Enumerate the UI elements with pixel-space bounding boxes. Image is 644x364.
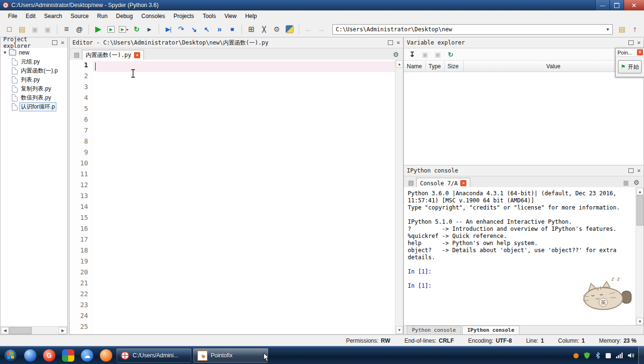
undock-icon[interactable] xyxy=(628,40,634,45)
undock-icon[interactable] xyxy=(628,168,634,173)
scroll-down-icon[interactable]: ▼ xyxy=(396,326,403,334)
tray-volume-icon[interactable] xyxy=(628,353,635,358)
rerun-cell-icon[interactable] xyxy=(130,23,143,36)
open-file-icon[interactable] xyxy=(16,23,28,36)
pointofix-titlebar[interactable]: Poin... ✕ xyxy=(616,48,644,57)
taskbar-button-pointofix[interactable]: Pointofix xyxy=(193,348,268,363)
run-selection-icon[interactable] xyxy=(143,23,156,36)
undock-icon[interactable] xyxy=(388,40,393,45)
scroll-thumb[interactable] xyxy=(9,327,32,334)
project-root-row[interactable]: ▼ new xyxy=(0,48,67,57)
show-desktop-button[interactable] xyxy=(638,346,644,364)
pointofix-close-icon[interactable]: ✕ xyxy=(637,49,643,55)
debug-icon[interactable] xyxy=(162,23,175,36)
find-symbols-icon[interactable] xyxy=(73,23,86,36)
scroll-up-icon[interactable]: ▲ xyxy=(636,188,644,195)
editor-body[interactable]: 1234567891011121314151617181920212223242… xyxy=(70,60,403,334)
close-icon[interactable]: × xyxy=(637,168,641,173)
menu-tools[interactable]: Tools xyxy=(198,11,220,21)
tab-close-icon[interactable]: ✕ xyxy=(460,180,466,186)
menu-projects[interactable]: Projects xyxy=(170,11,198,21)
refresh-icon[interactable] xyxy=(444,48,457,61)
menu-source[interactable]: Source xyxy=(66,11,93,21)
interrupt-kernel-icon[interactable] xyxy=(621,177,631,188)
maximize-pane-icon[interactable] xyxy=(245,23,258,36)
editor-options-icon[interactable] xyxy=(391,49,401,60)
pythonpath-icon[interactable] xyxy=(283,23,296,36)
tray-network-icon[interactable] xyxy=(616,353,623,358)
project-file-row[interactable]: 元组.py xyxy=(0,57,67,66)
project-file-row[interactable]: 列表.py xyxy=(0,75,67,84)
menu-consoles[interactable]: Consoles xyxy=(137,11,169,21)
column-header-type[interactable]: Type xyxy=(426,61,445,72)
menu-debug[interactable]: Debug xyxy=(112,11,137,21)
new-file-icon[interactable] xyxy=(3,23,16,36)
file-name: 列表.py xyxy=(20,76,41,84)
close-icon[interactable]: × xyxy=(61,40,64,45)
maximize-button[interactable] xyxy=(609,0,624,10)
browse-tabs-icon[interactable] xyxy=(72,49,82,60)
tab-close-icon[interactable]: ✕ xyxy=(134,52,140,58)
bottom-tab-ipython-console[interactable]: IPython console xyxy=(462,326,519,334)
quicklaunch-color-app-icon[interactable] xyxy=(59,346,78,364)
quicklaunch-orange-browser-icon[interactable] xyxy=(97,346,116,364)
tree-expander-icon[interactable]: ▼ xyxy=(3,50,7,55)
column-header-size[interactable]: Size xyxy=(445,61,464,72)
menu-search[interactable]: Search xyxy=(40,11,66,21)
menu-run[interactable]: Run xyxy=(93,11,112,21)
close-button[interactable]: ✕ xyxy=(624,0,644,10)
scroll-up-icon[interactable]: ▲ xyxy=(396,60,403,68)
quicklaunch-red-app-icon[interactable]: G xyxy=(40,346,59,364)
scroll-left-icon[interactable]: ◀ xyxy=(1,327,9,334)
column-header-name[interactable]: Name xyxy=(404,61,426,72)
editor-vertical-scrollbar[interactable]: ▲ ▼ xyxy=(395,60,403,334)
start-button[interactable] xyxy=(0,346,21,364)
taskbar-button-spyder[interactable]: C:/Users/Admini... xyxy=(116,348,192,363)
step-over-icon[interactable] xyxy=(175,23,188,36)
project-horizontal-scrollbar[interactable]: ◀ ▶ xyxy=(0,326,67,334)
menu-edit[interactable]: Edit xyxy=(21,11,40,21)
step-into-icon[interactable] xyxy=(188,23,200,36)
go-up-icon[interactable] xyxy=(628,23,641,36)
menu-view[interactable]: View xyxy=(220,11,241,21)
undock-icon[interactable] xyxy=(52,40,57,45)
menu-help[interactable]: Help xyxy=(241,11,261,21)
import-data-icon[interactable] xyxy=(406,48,419,61)
open-dir-icon[interactable] xyxy=(616,23,628,36)
console-options-icon[interactable] xyxy=(631,177,642,188)
tray-shield-icon[interactable] xyxy=(584,352,590,359)
run-cell-icon[interactable] xyxy=(105,23,117,36)
close-icon[interactable]: × xyxy=(396,40,400,45)
scroll-thumb[interactable] xyxy=(636,195,644,226)
console-output[interactable]: Python 3.6.0 |Anaconda 4.3.1 (64-bit)| (… xyxy=(404,187,644,326)
continue-icon[interactable] xyxy=(213,23,226,36)
project-file-row[interactable]: 认识for循环.p xyxy=(0,102,67,111)
quicklaunch-cloud-icon[interactable]: ☁ xyxy=(78,346,97,364)
scroll-right-icon[interactable]: ▶ xyxy=(59,327,67,334)
run-icon[interactable] xyxy=(92,23,105,36)
console-vertical-scrollbar[interactable]: ▲ ▼ xyxy=(635,187,644,326)
combo-dropdown-icon[interactable]: ▼ xyxy=(604,27,611,32)
bottom-tab-python-console[interactable]: Python console xyxy=(407,326,461,334)
project-file-row[interactable]: 复制列表.py xyxy=(0,84,67,93)
fullscreen-icon[interactable] xyxy=(258,23,270,36)
pointofix-start-button[interactable]: ⚑ 开始 xyxy=(618,60,642,73)
stop-icon[interactable] xyxy=(226,23,239,36)
project-file-row[interactable]: 数值列表.py xyxy=(0,93,67,102)
browse-tabs-icon[interactable] xyxy=(406,177,416,188)
preferences-icon[interactable] xyxy=(270,23,283,36)
menu-file[interactable]: File xyxy=(4,11,21,21)
close-icon[interactable]: × xyxy=(637,40,641,45)
working-directory-combo[interactable]: C:\Users\Administrator\Desktop\new ▼ xyxy=(332,24,613,35)
tray-orange-dot-icon[interactable] xyxy=(573,353,579,358)
tray-bluetooth-icon[interactable] xyxy=(595,352,600,359)
minimize-button[interactable]: — xyxy=(595,0,609,10)
project-file-row[interactable]: 内置函数(一).p xyxy=(0,66,67,75)
run-cell-advance-icon[interactable] xyxy=(117,23,130,36)
tray-app-icon[interactable] xyxy=(606,353,611,358)
quicklaunch-blue-globe-icon[interactable] xyxy=(21,346,40,364)
step-return-icon[interactable] xyxy=(200,23,213,36)
file-switcher-icon[interactable] xyxy=(60,23,73,36)
editor-tab[interactable]: 内置函数(一).py ✕ xyxy=(82,50,144,61)
scroll-down-icon[interactable]: ▼ xyxy=(636,318,644,325)
